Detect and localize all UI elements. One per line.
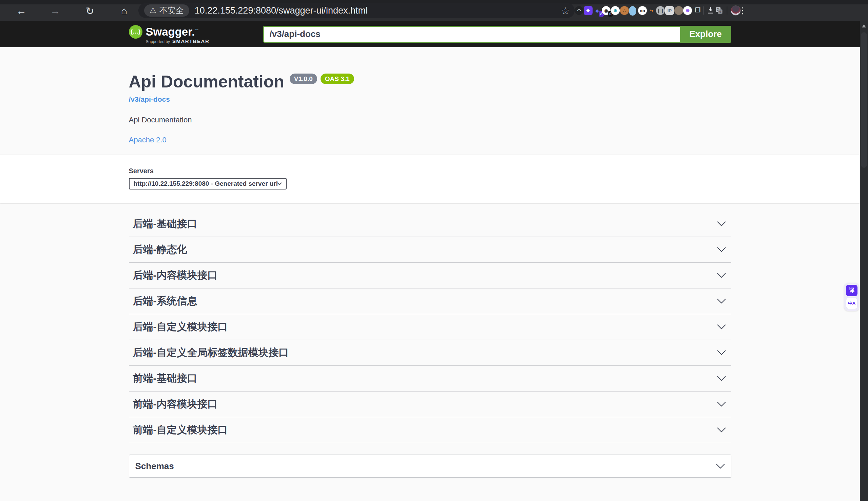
extension-purple-creature-icon[interactable]: ❋	[683, 6, 692, 15]
chevron-down-icon	[717, 350, 726, 355]
warning-icon: ⚠	[149, 6, 156, 15]
servers-label: Servers	[129, 167, 731, 175]
server-select-value: http://10.22.155.229:8080 - Generated se…	[134, 180, 278, 188]
extension-orange-arrow-icon[interactable]: ↪	[647, 6, 656, 15]
chevron-down-icon	[717, 427, 726, 433]
url-text: 10.22.155.229:8080/swagger-ui/index.html	[195, 6, 368, 16]
swagger-logo[interactable]: {…} Swagger.™ Supported by SMARTBEAR	[129, 24, 210, 44]
extension-hat-icon[interactable]: ◠	[575, 6, 583, 15]
tag-section-label: 前端-自定义模块接口	[133, 423, 228, 437]
svg-text:文: 文	[719, 10, 722, 13]
extensions-puzzle-icon[interactable]: ❒	[693, 6, 702, 15]
browser-toolbar: ← → ↻ ⌂ ⚠ 不安全 10.22.155.229:8080/swagger…	[0, 0, 868, 21]
chevron-down-icon	[717, 273, 726, 278]
swagger-logo-text: Swagger.™	[146, 24, 210, 38]
google-translate-icon[interactable]: G 文	[714, 0, 724, 21]
translate-ab-icon[interactable]: 中A	[846, 298, 857, 309]
extension-snowflake-icon[interactable]: ❄	[611, 6, 620, 15]
tag-section-row[interactable]: 后端-静态化	[129, 237, 731, 263]
tag-section-row[interactable]: 后端-系统信息	[129, 288, 731, 314]
reload-icon[interactable]: ↻	[82, 5, 97, 17]
license-link[interactable]: Apache 2.0	[129, 136, 167, 145]
tag-section-label: 后端-内容模块接口	[133, 268, 218, 283]
swagger-logo-icon: {…}	[129, 25, 143, 39]
chevron-down-icon	[277, 182, 282, 185]
version-badge: V1.0.0	[290, 74, 317, 84]
chevron-down-icon	[717, 402, 726, 407]
chevron-down-icon	[717, 376, 726, 381]
extension-ip-icon[interactable]: IP	[665, 6, 674, 15]
extension-photo-avatar-icon[interactable]	[674, 6, 683, 15]
tag-section-row[interactable]: 后端-自定义全局标签数据模块接口	[129, 340, 731, 366]
address-bar[interactable]: ⚠ 不安全 10.22.155.229:8080/swagger-ui/inde…	[138, 3, 575, 18]
extension-cookie-icon[interactable]: ∴	[620, 6, 629, 15]
info-section: Api Documentation V1.0.0 OAS 3.1 /v3/api…	[0, 47, 860, 154]
screen: ← → ↻ ⌂ ⚠ 不安全 10.22.155.229:8080/swagger…	[0, 0, 868, 501]
tag-section-label: 后端-基础接口	[133, 217, 197, 231]
menu-kebab-icon[interactable]: ⋮	[738, 0, 747, 21]
spec-link[interactable]: /v3/api-docs	[129, 95, 170, 103]
forward-icon[interactable]: →	[48, 5, 63, 17]
tag-section-row[interactable]: 前端-内容模块接口	[129, 392, 731, 417]
trademark: ™	[195, 28, 198, 32]
api-description: Api Documentation	[129, 116, 731, 125]
tag-section-label: 后端-系统信息	[133, 294, 197, 308]
supported-by: Supported by SMARTBEAR	[146, 38, 210, 44]
security-chip[interactable]: ⚠ 不安全	[144, 4, 189, 17]
scrollbar-thumb[interactable]	[861, 32, 867, 168]
chevron-down-icon	[717, 324, 726, 330]
swagger-topbar: {…} Swagger.™ Supported by SMARTBEAR Exp…	[0, 21, 860, 47]
home-icon[interactable]: ⌂	[117, 5, 132, 17]
tag-sections: 后端-基础接口 后端-静态化 后端-内容模块接口 后端-系统信息	[129, 211, 731, 443]
tag-section-row[interactable]: 后端-内容模块接口	[129, 263, 731, 288]
extension-diamond-icon[interactable]: ◆ 8	[593, 6, 602, 15]
tag-section-row[interactable]: 后端-基础接口	[129, 211, 731, 237]
tag-section-label: 后端-自定义模块接口	[133, 320, 228, 334]
swagger-page: Api Documentation V1.0.0 OAS 3.1 /v3/api…	[0, 47, 860, 478]
extension-panda-icon[interactable]: ◉ 0	[602, 6, 610, 15]
tag-section-label: 前端-内容模块接口	[133, 397, 218, 411]
immersive-translate-icon[interactable]: 译	[846, 285, 857, 296]
security-label: 不安全	[159, 5, 184, 16]
spec-url-input[interactable]	[263, 26, 680, 43]
tag-section-label: 前端-基础接口	[133, 372, 197, 385]
bookmark-star-icon[interactable]: ☆	[561, 5, 570, 17]
translate-widget: 译 中A	[844, 283, 859, 311]
schemas-section[interactable]: Schemas	[129, 455, 731, 478]
tag-section-row[interactable]: 后端-自定义模块接口	[129, 314, 731, 340]
page-scrollbar[interactable]	[860, 21, 868, 501]
tag-section-row[interactable]: 前端-基础接口	[129, 366, 731, 392]
servers-section: Servers http://10.22.155.229:8080 - Gene…	[0, 154, 860, 203]
chevron-down-icon	[716, 464, 725, 469]
tag-section-row[interactable]: 前端-自定义模块接口	[129, 417, 731, 443]
extension-blue-oval-icon[interactable]	[629, 6, 636, 15]
smartbear-logo-text: SMARTBEAR	[172, 38, 209, 44]
explore-button[interactable]: Explore	[680, 26, 731, 43]
toolbar-divider	[727, 7, 727, 14]
extension-mask-icon[interactable]: oo	[638, 6, 647, 15]
chevron-down-icon	[717, 247, 726, 252]
schemas-label: Schemas	[135, 461, 174, 471]
tag-section-label: 后端-静态化	[133, 243, 187, 257]
extension-pause-icon[interactable]: ❙❙	[656, 6, 665, 15]
back-icon[interactable]: ←	[14, 5, 29, 17]
page-title: Api Documentation	[129, 73, 284, 90]
tag-section-label: 后端-自定义全局标签数据模块接口	[133, 346, 289, 360]
server-select[interactable]: http://10.22.155.229:8080 - Generated se…	[129, 178, 286, 190]
extension-purple-tile-icon[interactable]: ❖	[584, 6, 593, 15]
scrollbar-up-arrow[interactable]	[862, 24, 866, 28]
toolbar-divider	[703, 7, 703, 14]
chevron-down-icon	[717, 299, 726, 304]
oas-badge: OAS 3.1	[321, 74, 354, 84]
chevron-down-icon	[717, 221, 726, 226]
